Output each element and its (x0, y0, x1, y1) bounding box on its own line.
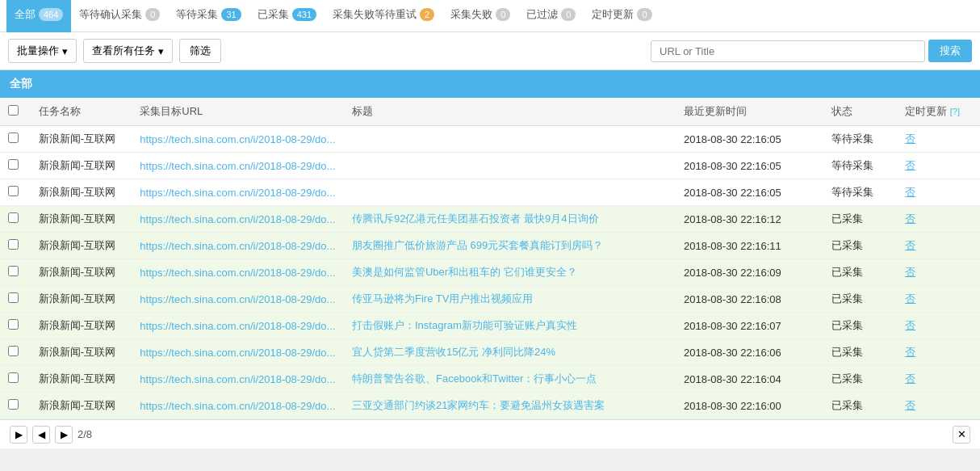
schedule-link[interactable]: 否 (905, 266, 915, 278)
schedule-link[interactable]: 否 (905, 239, 915, 251)
col-header-time: 最近更新时间 (676, 98, 823, 126)
search-input[interactable] (651, 40, 925, 62)
tab-failed[interactable]: 采集失败 0 (442, 0, 518, 32)
schedule-link[interactable]: 否 (905, 132, 915, 145)
tab-failed-badge: 0 (496, 8, 510, 21)
cell-status: 已采集 (823, 393, 897, 419)
schedule-link[interactable]: 否 (905, 399, 915, 411)
filter-button[interactable]: 筛选 (179, 39, 221, 63)
cell-status: 已采集 (823, 339, 897, 366)
url-link[interactable]: https://tech.sina.com.cn/i/2018-08-29/do… (140, 187, 335, 199)
cell-status: 已采集 (823, 259, 897, 286)
url-link[interactable]: https://tech.sina.com.cn/i/2018-08-29/do… (140, 400, 335, 412)
row-checkbox[interactable] (8, 346, 19, 356)
schedule-link[interactable]: 否 (905, 346, 915, 358)
title-link[interactable]: 传腾讯斥92亿港元任美团基石投资者 最快9月4日询价 (352, 212, 599, 225)
tab-confirm[interactable]: 等待确认采集 0 (71, 0, 168, 32)
tab-scheduled[interactable]: 定时更新 0 (584, 0, 660, 32)
schedule-link[interactable]: 否 (905, 159, 915, 171)
row-checkbox[interactable] (8, 266, 19, 276)
title-link[interactable]: 传亚马逊将为Fire TV用户推出视频应用 (352, 292, 533, 305)
row-checkbox[interactable] (8, 186, 19, 196)
title-link[interactable]: 宜人贷第二季度营收15亿元 净利同比降24% (352, 346, 555, 358)
search-button[interactable]: 搜索 (928, 40, 972, 62)
dropdown-arrow-icon2: ▾ (158, 45, 164, 57)
url-link[interactable]: https://tech.sina.com.cn/i/2018-08-29/do… (140, 320, 335, 332)
row-checkbox[interactable] (8, 292, 19, 303)
cell-title: 传亚马逊将为Fire TV用户推出视频应用 (344, 286, 676, 313)
cell-title (344, 126, 676, 153)
bottom-bar: ▶ ◀ ▶ 2/8 ✕ (0, 419, 980, 448)
tab-waiting-badge: 31 (221, 8, 241, 21)
col-header-task: 任务名称 (31, 98, 132, 126)
cell-schedule: 否 (897, 179, 980, 206)
cell-task: 新浪新闻-互联网 (31, 179, 132, 206)
prev-button[interactable]: ◀ (32, 426, 50, 444)
tab-all-badge: 464 (39, 8, 63, 21)
col-header-title: 标题 (344, 98, 676, 126)
url-link[interactable]: https://tech.sina.com.cn/i/2018-08-29/do… (140, 293, 335, 305)
tab-collected[interactable]: 已采集 431 (249, 0, 325, 32)
url-link[interactable]: https://tech.sina.com.cn/i/2018-08-29/do… (140, 347, 335, 359)
row-checkbox[interactable] (8, 239, 19, 250)
table-row: 新浪新闻-互联网https://tech.sina.com.cn/i/2018-… (0, 366, 980, 393)
tab-retry[interactable]: 采集失败等待重试 2 (325, 0, 442, 32)
schedule-link[interactable]: 否 (905, 186, 915, 198)
cell-url: https://tech.sina.com.cn/i/2018-08-29/do… (132, 153, 344, 179)
tab-waiting[interactable]: 等待采集 31 (168, 0, 249, 32)
tab-scheduled-label: 定时更新 (592, 7, 634, 22)
table-row: 新浪新闻-互联网https://tech.sina.com.cn/i/2018-… (0, 179, 980, 206)
row-checkbox[interactable] (8, 319, 19, 330)
tab-filtered-label: 已过滤 (526, 7, 558, 22)
row-checkbox[interactable] (8, 372, 19, 383)
tab-bar: 全部 464 等待确认采集 0 等待采集 31 已采集 431 采集失败等待重试… (0, 0, 980, 32)
cell-time: 2018-08-30 22:16:00 (676, 393, 823, 419)
cell-time: 2018-08-30 22:16:05 (676, 153, 823, 179)
tab-filtered[interactable]: 已过滤 0 (518, 0, 584, 32)
row-checkbox[interactable] (8, 212, 19, 223)
cell-schedule: 否 (897, 393, 980, 419)
tab-all[interactable]: 全部 464 (6, 0, 71, 32)
help-link[interactable]: [?] (950, 107, 960, 116)
view-tasks-button[interactable]: 查看所有任务 ▾ (83, 39, 173, 63)
title-link[interactable]: 美澳是如何监管Uber和出租车的 它们谁更安全？ (352, 266, 577, 278)
section-header: 全部 (0, 70, 980, 98)
cell-task: 新浪新闻-互联网 (31, 206, 132, 233)
col-header-url: 采集目标URL (132, 98, 344, 126)
cell-url: https://tech.sina.com.cn/i/2018-08-29/do… (132, 286, 344, 313)
url-link[interactable]: https://tech.sina.com.cn/i/2018-08-29/do… (140, 240, 335, 252)
title-link[interactable]: 朋友圈推广低价旅游产品 699元买套餐真能订到房吗？ (352, 239, 603, 251)
title-link[interactable]: 打击假账户：Instagram新功能可验证账户真实性 (352, 319, 577, 331)
cell-url: https://tech.sina.com.cn/i/2018-08-29/do… (132, 126, 344, 153)
tab-collected-label: 已采集 (258, 7, 289, 22)
row-checkbox[interactable] (8, 399, 19, 410)
url-link[interactable]: https://tech.sina.com.cn/i/2018-08-29/do… (140, 213, 335, 225)
close-icon: ✕ (957, 428, 966, 440)
title-link[interactable]: 三亚交通部门约谈21家网约车：要避免温州女孩遇害案 (352, 399, 605, 411)
cell-title: 宜人贷第二季度营收15亿元 净利同比降24% (344, 339, 676, 366)
row-checkbox[interactable] (8, 132, 19, 143)
row-checkbox[interactable] (8, 159, 19, 170)
url-link[interactable]: https://tech.sina.com.cn/i/2018-08-29/do… (140, 133, 335, 145)
cell-url: https://tech.sina.com.cn/i/2018-08-29/do… (132, 259, 344, 286)
data-table: 任务名称 采集目标URL 标题 最近更新时间 状态 定时更新 [?] (0, 98, 980, 419)
close-button[interactable]: ✕ (953, 426, 970, 444)
select-all-checkbox[interactable] (8, 105, 19, 116)
url-link[interactable]: https://tech.sina.com.cn/i/2018-08-29/do… (140, 160, 335, 172)
url-link[interactable]: https://tech.sina.com.cn/i/2018-08-29/do… (140, 373, 335, 385)
cell-status: 已采集 (823, 206, 897, 233)
next-button[interactable]: ▶ (55, 426, 73, 444)
schedule-link[interactable]: 否 (905, 292, 915, 305)
cell-time: 2018-08-30 22:16:05 (676, 126, 823, 153)
cell-schedule: 否 (897, 206, 980, 233)
batch-ops-button[interactable]: 批量操作 ▾ (8, 39, 77, 63)
url-link[interactable]: https://tech.sina.com.cn/i/2018-08-29/do… (140, 267, 335, 279)
schedule-link[interactable]: 否 (905, 212, 915, 225)
cell-task: 新浪新闻-互联网 (31, 366, 132, 393)
cell-time: 2018-08-30 22:16:06 (676, 339, 823, 366)
schedule-link[interactable]: 否 (905, 319, 915, 331)
cell-status: 已采集 (823, 313, 897, 339)
title-link[interactable]: 特朗普警告谷歌、Facebook和Twitter：行事小心一点 (352, 372, 597, 385)
schedule-link[interactable]: 否 (905, 372, 915, 385)
play-button[interactable]: ▶ (10, 426, 27, 444)
